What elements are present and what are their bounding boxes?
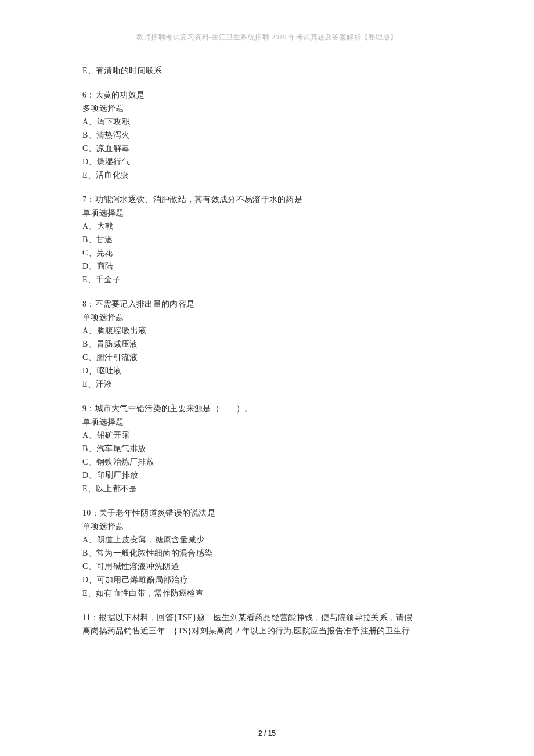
option-text: B、甘遂 [82, 233, 452, 246]
question-type: 单项选择题 [82, 416, 452, 429]
option-text: E、如有血性白带，需作防癌检查 [82, 587, 452, 600]
question-type: 多项选择题 [82, 102, 452, 115]
option-text: E、汗液 [82, 378, 452, 391]
question-title: 7：功能泻水逐饮、消肿散结，其有效成分不易溶于水的药是 [82, 193, 452, 206]
option-text: A、胸腹腔吸出液 [82, 325, 452, 337]
page-number: 2 / 15 [0, 729, 534, 737]
question-type: 单项选择题 [82, 311, 452, 324]
question-8: 8：不需要记入排出量的内容是 单项选择题 A、胸腹腔吸出液 B、胃肠减压液 C、… [82, 298, 452, 391]
option-text: C、可用碱性溶液冲洗阴道 [82, 560, 452, 573]
question-text-line: 离岗搞药品销售近三年 {TS}对刘某离岗 2 年以上的行为,医院应当报告准予注册… [82, 625, 452, 638]
question-text-line: 11：根据以下材料，回答{TSE}题 医生刘某看药品经营能挣钱，便与院领导拉关系… [82, 611, 452, 624]
option-text: C、钢铁冶炼厂排放 [82, 456, 452, 469]
option-text: C、胆汁引流液 [82, 351, 452, 364]
option-text: C、芫花 [82, 247, 452, 260]
option-text: D、商陆 [82, 260, 452, 273]
option-text: E、以上都不是 [82, 483, 452, 495]
question-type: 单项选择题 [82, 207, 452, 219]
option-text: D、印刷厂排放 [82, 469, 452, 482]
option-text: E、有清晰的时间联系 [82, 64, 452, 77]
question-title: 8：不需要记入排出量的内容是 [82, 298, 452, 311]
question-title: 10：关于老年性阴道炎错误的说法是 [82, 507, 452, 520]
question-title: 9：城市大气中铅污染的主要来源是（ ）。 [82, 402, 452, 415]
option-text: A、阴道上皮变薄，糖原含量减少 [82, 534, 452, 546]
page-header: 教师招聘考试复习资料-曲江卫生系统招聘 2019 年考试真题及答案解析【整理版】 [82, 33, 452, 42]
option-text: A、泻下攻积 [82, 116, 452, 128]
option-text: D、呕吐液 [82, 365, 452, 377]
option-text: D、燥湿行气 [82, 156, 452, 168]
question-title: 6：大黄的功效是 [82, 89, 452, 102]
option-text: C、凉血解毒 [82, 142, 452, 155]
option-text: B、汽车尾气排放 [82, 442, 452, 455]
option-text: A、大戟 [82, 220, 452, 233]
question-11-partial: 11：根据以下材料，回答{TSE}题 医生刘某看药品经营能挣钱，便与院领导拉关系… [82, 611, 452, 638]
option-text: B、胃肠减压液 [82, 338, 452, 351]
question-7: 7：功能泻水逐饮、消肿散结，其有效成分不易溶于水的药是 单项选择题 A、大戟 B… [82, 193, 452, 286]
question-10: 10：关于老年性阴道炎错误的说法是 单项选择题 A、阴道上皮变薄，糖原含量减少 … [82, 507, 452, 600]
question-type: 单项选择题 [82, 520, 452, 533]
option-text: D、可加用己烯雌酚局部治疗 [82, 574, 452, 586]
option-text: E、活血化瘀 [82, 169, 452, 182]
question-9: 9：城市大气中铅污染的主要来源是（ ）。 单项选择题 A、铅矿开采 B、汽车尾气… [82, 402, 452, 495]
option-text: B、常为一般化脓性细菌的混合感染 [82, 547, 452, 560]
option-text: B、清热泻火 [82, 129, 452, 142]
option-text: E、千金子 [82, 273, 452, 286]
option-text: A、铅矿开采 [82, 429, 452, 442]
prev-question-tail: E、有清晰的时间联系 [82, 64, 452, 77]
question-6: 6：大黄的功效是 多项选择题 A、泻下攻积 B、清热泻火 C、凉血解毒 D、燥湿… [82, 89, 452, 182]
